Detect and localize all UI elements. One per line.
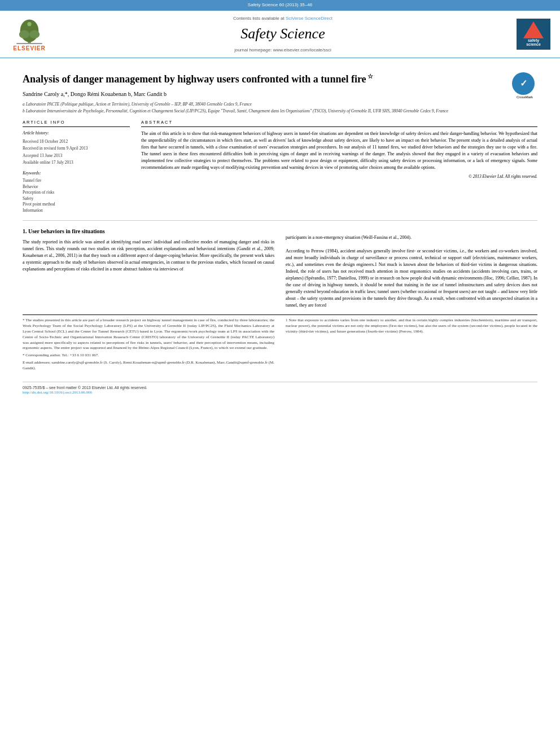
journal-citation: Safety Science 60 (2013) 35–46	[0, 0, 560, 10]
bottom-bar: 0925-7535/$ – see front matter © 2013 El…	[23, 382, 537, 396]
email-footnote: E-mail addresses: sandrine.caroly@ujf-gr…	[23, 360, 274, 372]
keywords-label: Keywords:	[23, 171, 130, 177]
keyword-0: Tunnel fire	[23, 178, 130, 184]
issn-text: 0925-7535/$ – see front matter © 2013 El…	[23, 385, 537, 391]
article-container: Analysis of danger management by highway…	[0, 58, 560, 401]
article-title: Analysis of danger management by highway…	[23, 72, 537, 86]
elsevier-tree-icon	[12, 16, 46, 45]
title-text: Analysis of danger management by highway…	[23, 73, 366, 85]
body-left-col: 1. User behaviors in fire situations The…	[23, 228, 274, 309]
keywords-section: Keywords: Tunnel fire Behavior Perceptio…	[23, 171, 130, 214]
footnotes-columns: * The studies presented in this article …	[23, 318, 537, 373]
keyword-4: Pivot point method	[23, 202, 130, 208]
corresponding-footnote: * Corresponding author. Tel.: +33 6 10 0…	[23, 353, 274, 359]
keyword-2: Perception of risks	[23, 190, 130, 196]
affiliation-b: b Laboratoire Interuniversitaire de Psyc…	[23, 108, 537, 114]
safety-logo-box: safetyscience	[517, 19, 550, 50]
journal-info: Contents lists available at SciVerse Sci…	[58, 15, 508, 53]
sciverse-line: Contents lists available at SciVerse Sci…	[58, 15, 508, 21]
info-abstract-row: ARTICLE INFO Article history: Received 1…	[23, 120, 537, 214]
citation-text: Safety Science 60 (2013) 35–46	[248, 2, 312, 7]
journal-title: Safety Science	[58, 24, 508, 44]
section1-left-text: The study reported in this article was a…	[23, 239, 274, 273]
authors-line: Sandrine Caroly a,*, Dongo Rémi Kouabena…	[23, 90, 537, 98]
sciverse-link: SciVerse ScienceDirect	[286, 16, 333, 21]
received-revised-date: Received in revised form 9 April 2013	[23, 146, 130, 152]
svg-rect-5	[16, 43, 42, 44]
affiliations: a Laboratoire PACTE (Politique publique,…	[23, 101, 537, 114]
body-right-col: participants in a non-emergency situatio…	[286, 228, 537, 309]
svg-point-4	[27, 22, 31, 26]
affiliation-a: a Laboratoire PACTE (Politique publique,…	[23, 101, 537, 107]
svg-point-3	[29, 30, 40, 38]
journal-homepage: journal homepage: www.elsevier.com/locat…	[58, 47, 508, 53]
section1-heading: 1. User behaviors in fire situations	[23, 228, 274, 235]
elsevier-logo: ELSEVIER	[7, 16, 52, 53]
svg-point-2	[19, 30, 29, 38]
safety-triangle-icon	[523, 21, 544, 38]
sciverse-text: Contents lists available at	[233, 16, 285, 21]
accepted-date: Accepted 13 June 2013	[23, 153, 130, 159]
elsevier-label: ELSEVIER	[13, 45, 45, 53]
abstract-text: The aim of this article is to show that …	[141, 130, 537, 171]
crossmark-icon: ✓	[512, 72, 535, 95]
doi-link: http://dx.doi.org/10.1016/j.ssci.2013.06…	[23, 390, 537, 396]
title-area: Analysis of danger management by highway…	[23, 72, 537, 86]
journal-header: ELSEVIER Contents lists available at Sci…	[0, 10, 560, 58]
article-info-col: ARTICLE INFO Article history: Received 1…	[23, 120, 130, 214]
abstract-col: ABSTRACT The aim of this article is to s…	[141, 120, 537, 214]
safety-science-logo: safetyscience	[514, 19, 553, 50]
footnotes-left: * The studies presented in this article …	[23, 318, 274, 373]
available-date: Available online 17 July 2013	[23, 160, 130, 166]
crossmark-label: CrossMark	[512, 95, 537, 99]
keyword-5: Information	[23, 208, 130, 214]
footnotes-right: 1 Note that exposure to accidents varies…	[286, 318, 537, 373]
abstract-label: ABSTRACT	[141, 120, 537, 128]
keyword-1: Behavior	[23, 184, 130, 190]
title-star: ☆	[366, 73, 374, 80]
footnote-1: 1 Note that exposure to accidents varies…	[286, 318, 537, 334]
safety-logo-text: safetyscience	[526, 38, 541, 47]
history-label: Article history:	[23, 130, 130, 137]
right-body-content: participants in a non-emergency situatio…	[286, 235, 537, 308]
star-footnote: * The studies presented in this article …	[23, 318, 274, 351]
received-date: Received 18 October 2012	[23, 139, 130, 145]
section1-right-text: participants in a non-emergency situatio…	[286, 228, 537, 309]
article-info-label: ARTICLE INFO	[23, 120, 130, 128]
copyright-text: © 2013 Elsevier Ltd. All rights reserved…	[141, 174, 537, 180]
authors-text: Sandrine Caroly a,*, Dongo Rémi Kouabena…	[23, 91, 167, 97]
crossmark-badge: ✓ CrossMark	[512, 72, 537, 98]
footnotes-section: * The studies presented in this article …	[23, 314, 537, 373]
body-columns: 1. User behaviors in fire situations The…	[23, 228, 537, 309]
section-divider	[23, 220, 537, 221]
keyword-3: Safety	[23, 196, 130, 202]
